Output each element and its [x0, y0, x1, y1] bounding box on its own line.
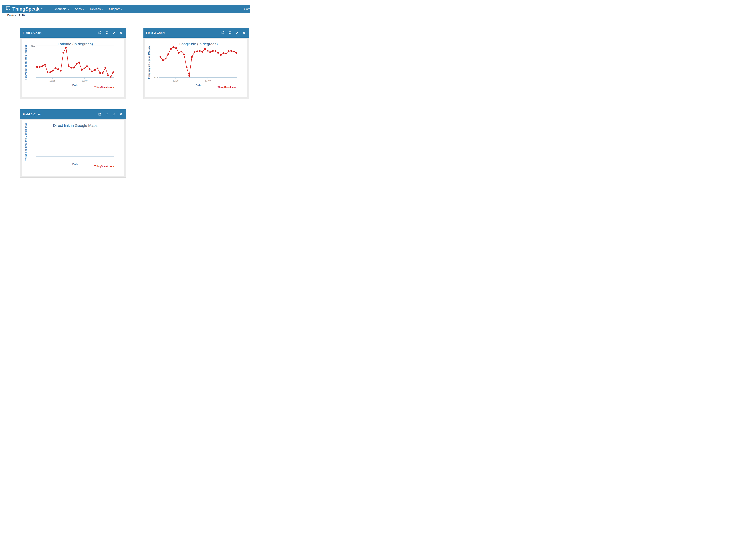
close-icon[interactable] [120, 113, 122, 116]
svg-text:ThingSpeak.com: ThingSpeak.com [94, 165, 114, 168]
entries-count: Entries: 12118 [7, 14, 25, 17]
field1-chart-card: Field 1 Chart Latitude (In degrees)Γεωγρ… [20, 28, 126, 99]
caret-down-icon [68, 9, 69, 10]
comment-icon[interactable] [105, 31, 109, 34]
external-link-icon[interactable] [222, 31, 224, 34]
nav-item-support[interactable]: Support [109, 7, 122, 11]
latitude-chart-canvas: Latitude (In degrees)Γεωγραφικό πλάτος (… [22, 39, 124, 97]
field3-chart-card: Field 3 Chart Direct link in Google Maps… [20, 109, 126, 178]
thingspeak-channel-page: ThingSpeak™ Channels Apps Devices Suppor… [0, 0, 252, 179]
nav-link-commercial-partial[interactable]: Com [244, 7, 250, 11]
card-header-icons [98, 31, 122, 34]
card-title: Field 2 Chart [146, 31, 165, 35]
caret-down-icon [83, 9, 84, 10]
svg-text:Direct link in Google Maps: Direct link in Google Maps [53, 123, 98, 127]
caret-down-icon [121, 9, 122, 10]
card-title: Field 1 Chart [23, 31, 42, 35]
svg-text:Γεωγραφικό μήκος (Μοίρες): Γεωγραφικό μήκος (Μοίρες) [148, 45, 150, 79]
chart-frame: Longitude (In degrees)Γεωγραφικό μήκος (… [144, 38, 249, 99]
svg-text:Date: Date [72, 163, 78, 166]
svg-text:36.9: 36.9 [31, 45, 35, 47]
card-header: Field 2 Chart [144, 28, 249, 38]
thingspeak-logo[interactable]: ThingSpeak™ [6, 6, 43, 12]
comment-icon[interactable] [105, 113, 109, 116]
svg-text:13:40: 13:40 [205, 79, 211, 82]
nav-item-label: Support [109, 7, 120, 11]
svg-text:Date: Date [72, 84, 78, 86]
svg-text:13:35: 13:35 [50, 79, 55, 82]
chart-frame: Latitude (In degrees)Γεωγραφικό πλάτος (… [20, 38, 126, 99]
card-title: Field 3 Chart [23, 113, 42, 116]
svg-text:13:40: 13:40 [82, 79, 87, 82]
nav-item-label: Apps [75, 7, 82, 11]
svg-text:13:35: 13:35 [173, 79, 179, 82]
svg-text:ThingSpeak.com: ThingSpeak.com [94, 86, 114, 88]
field2-chart-card: Field 2 Chart Longitude (In degrees)Γεωγ… [143, 28, 249, 99]
chart-frame: Direct link in Google MapsΑπευθείας link… [20, 119, 126, 178]
external-link-icon[interactable] [98, 113, 101, 116]
close-icon[interactable] [120, 31, 122, 34]
edit-icon[interactable] [236, 31, 238, 34]
nav-item-devices[interactable]: Devices [90, 7, 103, 11]
svg-text:Date: Date [195, 84, 201, 86]
nav-item-label: Devices [90, 7, 101, 11]
speech-bubble-logo-icon [6, 6, 11, 12]
svg-text:Απευθείας link στο Google Map: Απευθείας link στο Google Map [24, 123, 27, 161]
svg-text:Γεωγραφικό πλάτος (Μοίρες): Γεωγραφικό πλάτος (Μοίρες) [24, 44, 27, 80]
google-maps-link-chart-canvas: Direct link in Google MapsΑπευθείας link… [22, 120, 124, 176]
edit-icon[interactable] [113, 113, 116, 116]
card-header-icons [222, 31, 245, 34]
svg-text:Latitude (In degrees): Latitude (In degrees) [58, 42, 93, 46]
close-icon[interactable] [243, 31, 245, 34]
caret-down-icon [102, 9, 103, 10]
card-header: Field 3 Chart [20, 109, 126, 119]
longitude-chart-canvas: Longitude (In degrees)Γεωγραφικό μήκος (… [145, 39, 247, 97]
nav-item-apps[interactable]: Apps [75, 7, 85, 11]
svg-text:Longitude (In degrees): Longitude (In degrees) [179, 42, 218, 46]
svg-text:21.9: 21.9 [154, 76, 158, 79]
comment-icon[interactable] [228, 31, 231, 34]
card-header-icons [98, 113, 122, 116]
svg-text:ThingSpeak.com: ThingSpeak.com [218, 86, 237, 88]
navbar: ThingSpeak™ Channels Apps Devices Suppor… [2, 5, 250, 13]
nav-item-label: Channels [54, 7, 66, 11]
brand-text: ThingSpeak [12, 7, 39, 12]
external-link-icon[interactable] [98, 31, 101, 34]
nav-menu: Channels Apps Devices Support [54, 7, 122, 11]
edit-icon[interactable] [113, 31, 116, 34]
brand-trademark: ™ [41, 8, 43, 10]
card-header: Field 1 Chart [20, 28, 126, 38]
nav-item-channels[interactable]: Channels [54, 7, 69, 11]
